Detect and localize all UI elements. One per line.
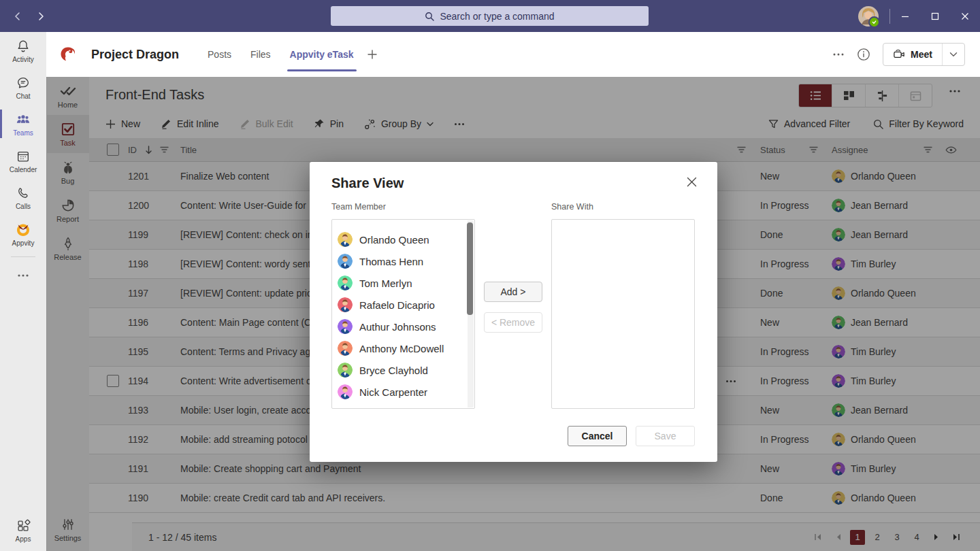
team-member-option[interactable]: Rafaelo Dicaprio [332,294,474,316]
team-member-option[interactable]: Nick Carpenter [332,381,474,403]
teams-icon [0,112,46,128]
member-name: Rafaelo Dicaprio [359,299,435,311]
member-avatar [338,319,353,334]
chat-icon [0,75,46,91]
calendar-icon [0,148,46,165]
cancel-button[interactable]: Cancel [568,426,627,446]
channel-header: Project Dragon Posts Files Appvity eTask [46,32,980,77]
apps-icon [0,518,46,534]
meet-dropdown-button[interactable] [943,52,964,57]
team-member-option[interactable]: Tom Merlyn [332,272,474,294]
member-name: Orlando Queen [359,234,429,246]
rail-item-chat[interactable]: Chat [0,69,46,105]
rail-item-apps[interactable]: Apps [0,512,46,548]
rail-item-teams[interactable]: Teams [0,105,46,142]
rail-item-appvity[interactable]: Appvity [0,216,46,252]
ellipsis-icon [0,267,46,284]
minimize-button[interactable] [890,0,920,32]
team-member-option[interactable]: Thomas Henn [332,250,474,272]
share-with-listbox[interactable] [551,219,695,409]
team-member-option[interactable]: Bryce Clayhold [332,359,474,381]
member-name: Thomas Henn [359,256,423,267]
member-name: Tom Merlyn [359,278,412,289]
close-window-button[interactable] [950,0,980,32]
app-rail: Activity Chat Teams Calender Calls [0,32,47,551]
member-name: Nick Carpenter [359,386,427,398]
member-name: Anthony McDowell [359,343,444,354]
command-search-input[interactable]: Search or type a command [331,6,649,26]
team-member-listbox[interactable]: Orlando Queen Thomas Henn Tom Merlyn Raf… [331,219,475,409]
rail-label: Chat [0,93,46,100]
bell-icon [0,38,46,54]
scrollbar-track[interactable] [468,220,474,407]
member-avatar [338,276,353,290]
rail-item-calender[interactable]: Calender [0,142,46,179]
member-name: Bryce Clayhold [359,365,428,376]
rail-label: Apps [0,535,46,543]
meet-split-button: Meet [883,43,965,66]
scrollbar-thumb[interactable] [467,222,473,315]
nav-forward-icon[interactable] [34,10,48,23]
rail-label: Teams [0,129,46,137]
rail-label: Appvity [0,239,46,247]
close-dialog-icon[interactable] [687,177,697,187]
tab-files[interactable]: Files [241,32,280,77]
meet-button[interactable]: Meet [883,49,942,60]
team-member-option[interactable]: Authur Johnsons [332,316,474,337]
rail-item-activity[interactable]: Activity [0,32,46,69]
team-member-label: Team Member [331,202,386,212]
member-avatar [338,232,353,247]
rail-label: Activity [0,56,46,63]
search-icon [425,12,434,21]
video-camera-icon [893,49,905,60]
search-placeholder: Search or type a command [440,11,554,22]
team-name: Project Dragon [91,48,179,62]
title-bar: Search or type a command [0,0,980,32]
member-avatar [338,341,353,356]
dialog-title: Share View [331,176,404,191]
member-avatar [338,254,353,269]
active-indicator [0,110,2,138]
add-tab-icon[interactable] [368,50,377,59]
channel-more-icon[interactable] [832,52,845,56]
phone-icon [0,185,46,201]
rail-divider [11,256,35,257]
add-button[interactable]: Add > [484,282,542,302]
member-avatar [338,363,353,378]
member-avatar [338,384,353,399]
member-name: Authur Johnsons [359,321,436,333]
member-avatar [338,297,353,312]
available-status-icon [868,16,880,28]
meet-label: Meet [911,49,932,60]
info-icon[interactable] [857,48,870,61]
tab-posts[interactable]: Posts [198,32,241,77]
save-button: Save [636,426,695,446]
nav-back-icon[interactable] [11,10,24,23]
rail-label: Calls [0,203,46,210]
share-view-dialog: Share View Team Member Share With Orland… [310,162,717,462]
appvity-logo-icon [0,222,46,238]
rail-label: Calender [0,166,46,173]
teams-window: Search or type a command [0,0,980,551]
user-avatar[interactable] [858,6,879,27]
team-member-option[interactable]: Orlando Queen [332,229,474,250]
team-member-list: Orlando Queen Thomas Henn Tom Merlyn Raf… [332,220,474,403]
tab-appvity-etask[interactable]: Appvity eTask [280,32,363,77]
team-logo-dragon [57,44,78,65]
team-member-option[interactable]: Anthony McDowell [332,337,474,359]
rail-item-calls[interactable]: Calls [0,179,46,216]
rail-more-button[interactable] [0,261,46,290]
maximize-button[interactable] [920,0,950,32]
share-with-label: Share With [551,202,593,212]
remove-button: < Remove [484,312,542,333]
